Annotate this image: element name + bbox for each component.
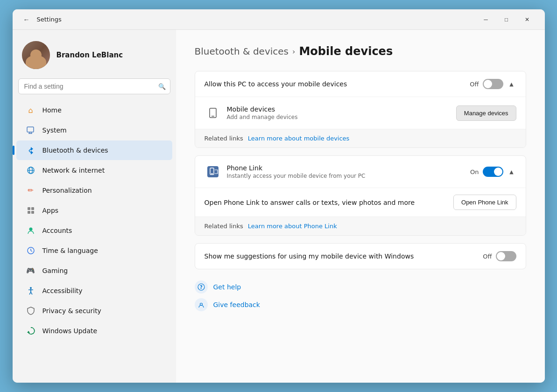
svg-line-4 — [29, 149, 31, 151]
give-feedback-link[interactable]: Give feedback — [195, 298, 526, 311]
svg-rect-10 — [31, 207, 34, 210]
breadcrumb-separator: › — [292, 47, 295, 56]
mobile-devices-content: Mobile devices Add and manage devices — [227, 105, 451, 120]
sidebar-label-personalization: Personalization — [42, 187, 92, 194]
sidebar-item-update[interactable]: Windows Update — [16, 321, 172, 341]
phone-link-chevron[interactable]: ▲ — [507, 167, 516, 176]
sidebar-item-privacy[interactable]: Privacy & security — [16, 301, 172, 321]
back-button[interactable]: ← — [20, 13, 33, 26]
sidebar-item-network[interactable]: Network & internet — [16, 161, 172, 180]
phone-link-related-links: Related links Learn more about Phone Lin… — [195, 217, 526, 235]
sidebar-label-privacy: Privacy & security — [42, 307, 101, 315]
phone-link-toggle-group: On ▲ — [470, 167, 516, 177]
sidebar-label-network: Network & internet — [42, 167, 105, 174]
phone-link-related-link[interactable]: Learn more about Phone Link — [248, 223, 337, 230]
mobile-devices-subtitle: Add and manage devices — [227, 114, 451, 120]
avatar-image — [22, 41, 50, 69]
svg-rect-0 — [27, 127, 34, 132]
suggestions-toggle-label: Off — [483, 253, 492, 260]
suggestions-title: Show me suggestions for using my mobile … — [204, 252, 478, 260]
svg-rect-9 — [28, 207, 30, 210]
privacy-icon — [26, 306, 36, 316]
sidebar-item-apps[interactable]: Apps — [16, 201, 172, 220]
sidebar-item-time[interactable]: Time & language — [16, 241, 172, 260]
give-feedback-icon — [195, 298, 208, 311]
get-help-link[interactable]: ? Get help — [195, 280, 526, 294]
svg-rect-11 — [28, 211, 30, 214]
gaming-icon: 🎮 — [26, 266, 36, 276]
allow-access-toggle-label: Off — [470, 81, 479, 88]
breadcrumb: Bluetooth & devices › Mobile devices — [195, 45, 526, 58]
minimize-button[interactable]: ─ — [476, 12, 496, 27]
avatar — [22, 41, 50, 69]
give-feedback-label: Give feedback — [213, 301, 260, 308]
phone-link-subtitle: Instantly access your mobile device from… — [227, 173, 465, 179]
sidebar-label-gaming: Gaming — [42, 267, 68, 274]
suggestions-row: Show me suggestions for using my mobile … — [195, 244, 526, 269]
back-icon: ← — [23, 16, 30, 23]
sidebar-item-bluetooth[interactable]: Bluetooth & devices — [16, 140, 172, 160]
allow-access-card: Allow this PC to access your mobile devi… — [195, 71, 526, 148]
minimize-icon: ─ — [484, 16, 488, 23]
mobile-devices-icon — [204, 105, 221, 121]
get-help-label: Get help — [213, 283, 241, 291]
titlebar-controls: ─ □ ✕ — [476, 12, 537, 27]
search-bar: 🔍 — [18, 78, 170, 94]
bluetooth-icon — [26, 145, 36, 155]
search-input[interactable] — [18, 78, 170, 94]
bottom-links: ? Get help Give feedback — [195, 280, 526, 311]
allow-access-related-link[interactable]: Learn more about mobile devices — [248, 135, 350, 142]
sidebar-label-bluetooth: Bluetooth & devices — [42, 147, 108, 154]
phone-link-row: Phone Link Instantly access your mobile … — [195, 156, 526, 188]
sidebar-item-system[interactable]: System — [16, 120, 172, 140]
suggestions-card: Show me suggestions for using my mobile … — [195, 243, 526, 269]
apps-icon — [26, 205, 36, 216]
svg-line-16 — [31, 251, 32, 252]
open-phone-link-button[interactable]: Open Phone Link — [453, 195, 516, 210]
phone-link-toggle-label: On — [470, 168, 479, 175]
sidebar-item-personalization[interactable]: ✏️ Personalization — [16, 181, 172, 200]
sidebar-label-accessibility: Accessibility — [42, 287, 83, 294]
search-icon: 🔍 — [158, 83, 166, 90]
phone-link-toggle[interactable] — [483, 167, 503, 177]
phone-link-icon — [204, 163, 221, 180]
allow-access-row: Allow this PC to access your mobile devi… — [195, 71, 526, 97]
personalization-icon: ✏️ — [26, 185, 36, 196]
svg-line-21 — [31, 292, 32, 294]
content-area: Brandon LeBlanc 🔍 ⌂ Home — [13, 30, 545, 383]
breadcrumb-parent[interactable]: Bluetooth & devices — [195, 46, 289, 57]
close-button[interactable]: ✕ — [517, 12, 537, 27]
manage-devices-button[interactable]: Manage devices — [456, 105, 516, 121]
suggestions-content: Show me suggestions for using my mobile … — [204, 252, 478, 260]
accounts-icon — [26, 225, 36, 236]
suggestions-toggle[interactable] — [496, 251, 516, 261]
maximize-icon: □ — [505, 16, 508, 23]
sidebar-label-system: System — [42, 126, 67, 134]
svg-text:?: ? — [200, 285, 203, 290]
get-help-icon: ? — [195, 280, 208, 294]
maximize-button[interactable]: □ — [496, 12, 517, 27]
sidebar: Brandon LeBlanc 🔍 ⌂ Home — [13, 30, 176, 383]
phone-link-card: Phone Link Instantly access your mobile … — [195, 155, 526, 236]
update-icon — [26, 326, 36, 336]
phone-link-expanded-text: Open Phone Link to answer calls or texts… — [204, 199, 415, 206]
svg-point-13 — [29, 228, 32, 231]
titlebar: ← Settings ─ □ ✕ — [13, 9, 545, 30]
sidebar-label-apps: Apps — [42, 207, 59, 214]
sidebar-label-accounts: Accounts — [42, 227, 72, 234]
sidebar-label-update: Windows Update — [42, 327, 98, 335]
allow-access-chevron[interactable]: ▲ — [507, 79, 516, 89]
sidebar-item-accounts[interactable]: Accounts — [16, 221, 172, 240]
allow-access-toggle-group: Off ▲ — [470, 79, 516, 89]
sidebar-item-home[interactable]: ⌂ Home — [16, 100, 172, 120]
sidebar-item-gaming[interactable]: 🎮 Gaming — [16, 261, 172, 280]
suggestions-toggle-group: Off — [483, 251, 516, 261]
network-icon — [26, 165, 36, 175]
allow-access-toggle[interactable] — [483, 79, 503, 89]
sidebar-item-accessibility[interactable]: Accessibility — [16, 281, 172, 301]
accessibility-icon — [26, 286, 36, 296]
allow-access-content: Allow this PC to access your mobile devi… — [204, 80, 465, 88]
user-name: Brandon LeBlanc — [56, 51, 123, 59]
phone-link-expanded: Open Phone Link to answer calls or texts… — [195, 188, 526, 217]
sidebar-label-home: Home — [42, 106, 62, 114]
